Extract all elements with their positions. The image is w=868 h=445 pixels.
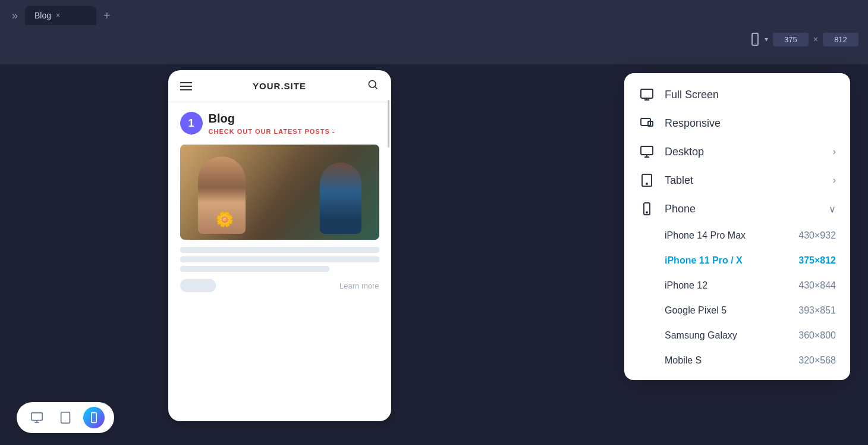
new-tab-button[interactable]: + (99, 7, 115, 25)
samsunggalaxy-label: Samsung Galaxy (665, 330, 737, 341)
text-line-3 (180, 266, 329, 272)
desktop-label: Desktop (665, 146, 823, 158)
responsive-label: Responsive (665, 117, 836, 130)
iphone11prox-item[interactable]: iPhone 11 Pro / X 375×812 (624, 248, 850, 273)
iphone11prox-dims: 375×812 (798, 255, 836, 266)
active-tab[interactable]: Blog × (25, 6, 96, 25)
tab-nav-button[interactable]: » (7, 7, 23, 24)
phone-chevron-icon: ∨ (829, 203, 836, 215)
desktop-view-button[interactable] (26, 407, 48, 428)
mobiles-label: Mobile S (665, 355, 702, 366)
iphone14promax-item[interactable]: iPhone 14 Pro Max 430×932 (624, 223, 850, 248)
hamburger-menu-button[interactable] (180, 82, 192, 90)
googlepixel5-label: Google Pixel 5 (665, 305, 727, 316)
iphone11prox-label: iPhone 11 Pro / X (665, 255, 743, 266)
tablet-view-button[interactable] (55, 407, 76, 428)
card-footer: Learn more (180, 279, 379, 292)
desktop-arrow-icon: › (833, 146, 836, 157)
mobile-frame: YOUR.SITE 1 Blog CHECK OUT OUR LATEST PO… (168, 70, 391, 421)
chevron-down-icon: ▾ (765, 35, 768, 43)
phone-menu-item[interactable]: Phone ∨ (624, 195, 850, 223)
phone-icon (748, 32, 762, 46)
fullscreen-icon (639, 87, 655, 102)
width-input[interactable] (773, 33, 809, 46)
site-title: YOUR.SITE (253, 81, 306, 91)
blog-featured-image: 🌼 (180, 145, 379, 240)
phone-submenu: iPhone 14 Pro Max 430×932 iPhone 11 Pro … (624, 223, 850, 373)
address-bar: ▾ × (0, 26, 868, 52)
blog-text-preview (180, 247, 379, 272)
tablet-arrow-icon: › (833, 175, 836, 186)
browser-chrome: » Blog × + ▾ × (0, 0, 868, 64)
fullscreen-menu-item[interactable]: Full Screen (624, 80, 850, 109)
phone-view-button[interactable] (83, 407, 105, 428)
tab-label: Blog (34, 11, 51, 20)
blog-text-area: Blog CHECK OUT OUR LATEST POSTS - (209, 112, 379, 135)
text-line-1 (180, 247, 379, 253)
iphone14promax-label: iPhone 14 Pro Max (665, 230, 746, 241)
responsive-icon (639, 116, 655, 130)
mobiles-item[interactable]: Mobile S 320×568 (624, 348, 850, 373)
googlepixel5-dims: 393×851 (798, 305, 836, 316)
dimension-separator: × (813, 35, 818, 44)
svg-rect-11 (641, 89, 653, 98)
svg-point-22 (646, 212, 647, 213)
mobile-header: YOUR.SITE (168, 70, 391, 102)
main-area: YOUR.SITE 1 Blog CHECK OUT OUR LATEST PO… (0, 64, 868, 445)
responsive-menu-item[interactable]: Responsive (624, 109, 850, 137)
svg-rect-0 (752, 33, 758, 45)
tablet-icon (639, 173, 655, 187)
iphone12-label: iPhone 12 (665, 280, 707, 291)
svg-rect-4 (32, 413, 42, 421)
device-controls: ▾ × (748, 32, 858, 46)
desktop-icon (639, 145, 655, 159)
blog-heading-area: 1 Blog CHECK OUT OUR LATEST POSTS - (180, 112, 379, 135)
phone-label: Phone (665, 203, 819, 215)
learn-more-link[interactable]: Learn more (339, 281, 379, 290)
phone-dropdown-icon (639, 202, 655, 216)
svg-rect-16 (641, 146, 653, 155)
tab-close-button[interactable]: × (56, 11, 60, 20)
svg-rect-9 (92, 413, 96, 423)
device-selector-button[interactable]: ▾ (748, 32, 768, 46)
read-more-placeholder (180, 279, 216, 292)
blog-title: Blog (209, 112, 379, 126)
samsunggalaxy-dims: 360×800 (798, 330, 836, 341)
tablet-menu-item[interactable]: Tablet › (624, 166, 850, 195)
search-button[interactable] (367, 79, 379, 93)
text-line-2 (180, 256, 379, 262)
flower-decoration: 🌼 (216, 211, 234, 228)
iphone12-item[interactable]: iPhone 12 430×844 (624, 273, 850, 298)
height-input[interactable] (823, 33, 858, 46)
iphone12-dims: 430×844 (798, 280, 836, 291)
desktop-menu-item[interactable]: Desktop › (624, 137, 850, 166)
device-switcher (17, 402, 114, 433)
svg-line-3 (375, 87, 378, 89)
svg-point-2 (369, 80, 376, 87)
tablet-label: Tablet (665, 174, 823, 187)
samsunggalaxy-item[interactable]: Samsung Galaxy 360×800 (624, 323, 850, 348)
device-dropdown-menu: Full Screen Responsive Desktop (624, 73, 850, 380)
svg-rect-7 (61, 412, 70, 423)
notification-badge: 1 (180, 112, 203, 134)
scroll-indicator (388, 100, 389, 148)
mobile-preview-container: YOUR.SITE 1 Blog CHECK OUT OUR LATEST PO… (166, 64, 392, 445)
tab-bar: » Blog × + (0, 0, 868, 26)
googlepixel5-item[interactable]: Google Pixel 5 393×851 (624, 298, 850, 323)
fullscreen-label: Full Screen (665, 89, 836, 101)
mobile-content: 1 Blog CHECK OUT OUR LATEST POSTS - 🌼 (168, 102, 391, 302)
mobiles-dims: 320×568 (798, 355, 836, 366)
svg-point-20 (646, 183, 647, 184)
iphone14promax-dims: 430×932 (798, 230, 836, 241)
blog-subtitle: CHECK OUT OUR LATEST POSTS - (209, 128, 379, 135)
